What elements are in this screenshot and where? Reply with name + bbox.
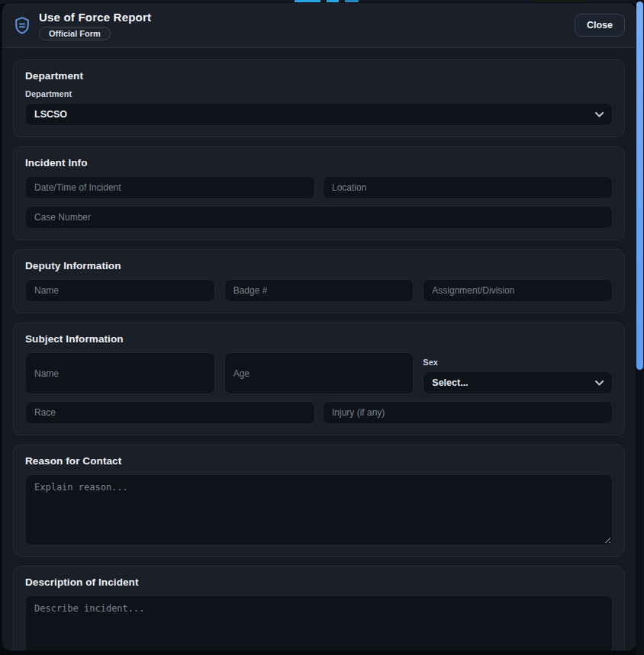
section-deputy-information: Deputy Information: [13, 249, 625, 313]
sex-select[interactable]: Select...: [423, 371, 613, 394]
reason-for-contact-textarea[interactable]: [25, 474, 613, 545]
deputy-name-input[interactable]: [25, 279, 215, 302]
department-select-value: LSCSO: [34, 109, 67, 120]
subject-injury-input[interactable]: [323, 401, 613, 424]
section-heading: Incident Info: [25, 157, 613, 169]
game-background-bottom-sliver: [0, 650, 644, 655]
section-heading: Description of Incident: [25, 576, 613, 588]
close-button[interactable]: Close: [575, 14, 625, 37]
section-subject-information: Subject Information Sex Select...: [13, 323, 625, 435]
modal-header: Use of Force Report Official Form Close: [2, 3, 636, 48]
chevron-down-icon: [595, 112, 604, 117]
description-textarea-wrap: [25, 596, 613, 650]
sex-select-value: Select...: [432, 377, 468, 388]
sex-field-group: Sex Select...: [423, 352, 613, 394]
deputy-badge-input[interactable]: [224, 279, 414, 302]
deputy-assignment-input[interactable]: [423, 279, 613, 302]
location-input[interactable]: [323, 176, 613, 199]
subject-name-input[interactable]: [25, 352, 215, 394]
department-select[interactable]: LSCSO: [25, 103, 613, 126]
modal-title: Use of Force Report: [39, 11, 151, 24]
subject-race-input[interactable]: [25, 401, 315, 424]
page-scrollbar-thumb[interactable]: [636, 2, 643, 370]
description-of-incident-textarea[interactable]: [25, 596, 613, 650]
section-department: Department Department LSCSO: [13, 59, 625, 137]
official-form-badge: Official Form: [39, 27, 111, 40]
case-number-input[interactable]: [25, 206, 613, 229]
chevron-down-icon: [595, 380, 604, 386]
form-scroll-area: Department Department LSCSO Incident Inf…: [2, 48, 636, 650]
use-of-force-report-modal: Use of Force Report Official Form Close …: [2, 3, 636, 650]
department-label: Department: [25, 89, 613, 98]
reason-textarea-wrap: [25, 474, 613, 545]
section-heading: Subject Information: [25, 333, 613, 345]
section-heading: Deputy Information: [25, 260, 613, 271]
page-scrollbar-track[interactable]: [636, 0, 644, 655]
datetime-of-incident-input[interactable]: [25, 176, 315, 199]
section-heading: Department: [25, 70, 613, 82]
sex-label: Sex: [423, 358, 613, 367]
subject-age-input[interactable]: [224, 352, 414, 394]
section-incident-info: Incident Info: [13, 146, 625, 240]
header-title-group: Use of Force Report Official Form: [12, 11, 151, 40]
section-reason-for-contact: Reason for Contact: [13, 445, 625, 557]
shield-badge-icon: [12, 15, 32, 36]
section-heading: Reason for Contact: [25, 455, 613, 467]
section-description-of-incident: Description of Incident: [13, 566, 625, 650]
title-block: Use of Force Report Official Form: [39, 11, 151, 40]
